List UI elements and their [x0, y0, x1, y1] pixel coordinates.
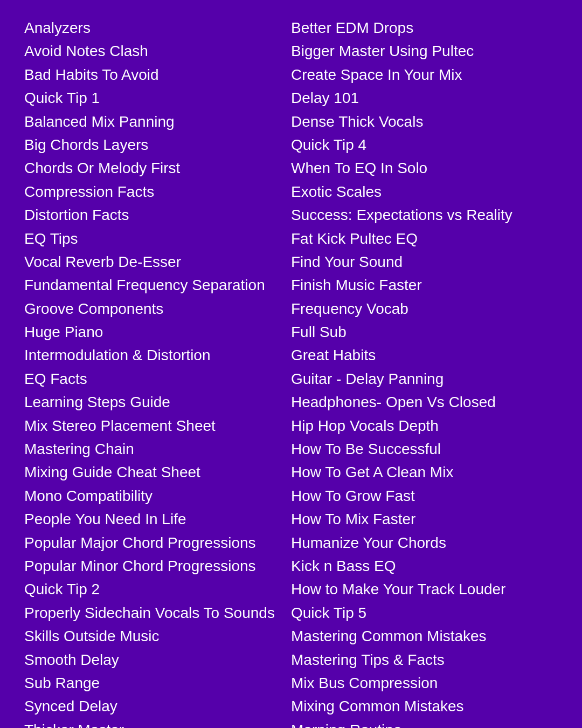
list-item: Learning Steps Guide [24, 390, 291, 414]
list-item: Mixing Common Mistakes [291, 695, 558, 718]
list-item: Find Your Sound [291, 250, 558, 273]
list-item: Balanced Mix Panning [24, 110, 291, 133]
list-item: Fat Kick Pultec EQ [291, 227, 558, 250]
list-item: Quick Tip 5 [291, 601, 558, 624]
list-item: Better EDM Drops [291, 16, 558, 39]
list-item: Quick Tip 4 [291, 133, 558, 156]
list-item: Great Habits [291, 344, 558, 367]
list-item: Quick Tip 1 [24, 86, 291, 109]
list-item: Big Chords Layers [24, 133, 291, 156]
list-item: Smooth Delay [24, 648, 291, 671]
list-item: People You Need In Life [24, 507, 291, 531]
list-item: Fundamental Frequency Separation [24, 273, 291, 297]
list-item: Mix Stereo Placement Sheet [24, 414, 291, 437]
list-item: Kick n Bass EQ [291, 554, 558, 578]
list-item: Sub Range [24, 671, 291, 695]
list-item: Popular Major Chord Progressions [24, 531, 291, 554]
list-item: Bigger Master Using Pultec [291, 39, 558, 63]
list-item: Thicker Master [24, 718, 291, 728]
list-item: Create Space In Your Mix [291, 63, 558, 86]
list-item: Skills Outside Music [24, 624, 291, 648]
list-item: How To Mix Faster [291, 507, 558, 531]
list-item: How To Get A Clean Mix [291, 461, 558, 484]
list-item: How to Make Your Track Louder [291, 578, 558, 601]
list-item: Finish Music Faster [291, 273, 558, 297]
list-item: How To Grow Fast [291, 484, 558, 507]
list-item: Delay 101 [291, 86, 558, 109]
list-item: Full Sub [291, 320, 558, 344]
list-item: Popular Minor Chord Progressions [24, 554, 291, 578]
list-item: Distortion Facts [24, 203, 291, 226]
list-item: Mastering Common Mistakes [291, 624, 558, 648]
list-item: Vocal Reverb De-Esser [24, 250, 291, 273]
list-item: Guitar - Delay Panning [291, 367, 558, 390]
right-column: Better EDM DropsBigger Master Using Pult… [291, 16, 558, 728]
list-item: How To Be Successful [291, 437, 558, 461]
list-item: Avoid Notes Clash [24, 39, 291, 63]
list-item: Mono Compatibility [24, 484, 291, 507]
list-item: Properly Sidechain Vocals To Sounds [24, 601, 291, 624]
list-item: Frequency Vocab [291, 297, 558, 320]
list-item: Headphones- Open Vs Closed [291, 390, 558, 414]
list-item: Groove Components [24, 297, 291, 320]
list-item: Morning Routine [291, 718, 558, 728]
list-item: Quick Tip 2 [24, 578, 291, 601]
list-item: Synced Delay [24, 695, 291, 718]
list-item: Mixing Guide Cheat Sheet [24, 461, 291, 484]
list-item: Huge Piano [24, 320, 291, 344]
list-item: Bad Habits To Avoid [24, 63, 291, 86]
list-item: Dense Thick Vocals [291, 110, 558, 133]
list-item: Exotic Scales [291, 180, 558, 203]
list-item: Intermodulation & Distortion [24, 344, 291, 367]
list-item: Success: Expectations vs Reality [291, 203, 558, 226]
list-item: Mix Bus Compression [291, 671, 558, 695]
list-item: EQ Facts [24, 367, 291, 390]
list-item: EQ Tips [24, 227, 291, 250]
list-item: Analyzers [24, 16, 291, 39]
list-item: Mastering Tips & Facts [291, 648, 558, 671]
list-item: When To EQ In Solo [291, 156, 558, 180]
list-item: Compression Facts [24, 180, 291, 203]
list-item: Hip Hop Vocals Depth [291, 414, 558, 437]
list-item: Mastering Chain [24, 437, 291, 461]
list-item: Chords Or Melody First [24, 156, 291, 180]
left-column: AnalyzersAvoid Notes ClashBad Habits To … [24, 16, 291, 728]
list-item: Humanize Your Chords [291, 531, 558, 554]
content-wrapper: AnalyzersAvoid Notes ClashBad Habits To … [24, 16, 558, 728]
